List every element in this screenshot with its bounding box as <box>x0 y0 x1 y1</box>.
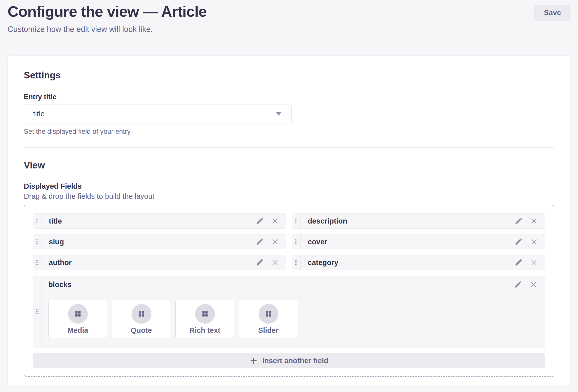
x-icon <box>530 238 538 246</box>
field-chip-body: author <box>42 255 286 270</box>
drag-handle-icon <box>36 218 39 224</box>
x-icon <box>271 238 279 246</box>
grid-icon <box>265 310 272 318</box>
field-chip-slug[interactable]: slug <box>33 234 286 249</box>
page-header: Configure the view — Article Customize h… <box>0 0 578 34</box>
pencil-icon <box>514 258 523 267</box>
drag-handle-icon <box>36 239 39 245</box>
x-icon <box>271 217 279 225</box>
plus-icon <box>250 357 258 365</box>
component-label: Media <box>67 326 88 335</box>
pencil-icon <box>514 237 523 246</box>
entry-title-select[interactable]: title <box>24 104 292 123</box>
remove-field-button[interactable] <box>530 281 537 288</box>
component-list: Media Quote Rich text <box>48 300 537 338</box>
section-divider <box>24 147 554 148</box>
field-label: blocks <box>48 280 72 289</box>
displayed-fields-title: Displayed Fields <box>24 182 554 191</box>
component-card-quote[interactable]: Quote <box>112 300 171 338</box>
field-actions <box>514 216 538 226</box>
remove-field-button[interactable] <box>271 238 279 246</box>
drag-handle-icon <box>36 309 39 314</box>
caret-down-icon <box>276 112 282 116</box>
field-actions <box>514 237 538 246</box>
field-chip-cover[interactable]: cover <box>292 234 545 249</box>
blocks-header: blocks <box>48 280 537 289</box>
page-subtitle: Customize how the edit view will look li… <box>8 24 570 34</box>
field-label: category <box>308 258 338 267</box>
remove-field-button[interactable] <box>530 259 538 266</box>
pencil-icon <box>513 280 523 289</box>
field-actions <box>514 258 538 267</box>
edit-field-button[interactable] <box>255 216 264 226</box>
page-title: Configure the view — Article <box>8 3 570 21</box>
field-chip-blocks[interactable]: blocks Media <box>33 276 545 347</box>
field-label: title <box>49 217 62 225</box>
config-card: Settings Entry title title Set the displ… <box>8 56 570 386</box>
x-icon <box>271 259 279 266</box>
field-chip-body: cover <box>301 234 545 249</box>
drag-handle[interactable] <box>33 255 42 270</box>
drag-handle-icon <box>295 239 298 245</box>
component-card-rich-text[interactable]: Rich text <box>175 300 234 338</box>
component-card-media[interactable]: Media <box>48 300 107 338</box>
pencil-icon <box>255 216 264 226</box>
edit-field-button[interactable] <box>255 258 264 267</box>
field-actions <box>255 258 279 267</box>
edit-field-button[interactable] <box>513 280 523 289</box>
pencil-icon <box>514 216 523 226</box>
field-chip-body: slug <box>42 234 286 249</box>
field-chip-description[interactable]: description <box>292 213 545 229</box>
drag-handle[interactable] <box>33 234 42 249</box>
component-label: Slider <box>258 326 279 335</box>
drag-handle-icon <box>295 218 298 224</box>
view-heading: View <box>24 160 554 171</box>
pencil-icon <box>255 237 264 246</box>
layout-dropzone: title description <box>24 205 554 377</box>
component-icon-circle <box>132 304 151 324</box>
field-chip-title[interactable]: title <box>33 213 286 229</box>
component-card-slider[interactable]: Slider <box>239 300 298 338</box>
field-chip-body: description <box>301 214 545 228</box>
drag-handle[interactable] <box>292 234 301 249</box>
save-button[interactable]: Save <box>534 5 570 20</box>
displayed-fields-subtitle: Drag & drop the fields to build the layo… <box>24 192 554 201</box>
drag-handle-icon <box>36 260 39 265</box>
component-icon-circle <box>195 304 215 324</box>
field-chip-body: category <box>301 255 545 270</box>
field-chip-body: title <box>42 214 286 228</box>
remove-field-button[interactable] <box>271 259 279 266</box>
drag-handle[interactable] <box>292 255 301 270</box>
field-actions <box>255 237 279 246</box>
grid-icon <box>138 310 145 318</box>
edit-field-button[interactable] <box>514 237 523 246</box>
x-icon <box>530 259 538 266</box>
entry-title-hint: Set the displayed field of your entry <box>24 127 554 136</box>
remove-field-button[interactable] <box>530 238 538 246</box>
settings-heading: Settings <box>24 70 554 81</box>
grid-icon <box>74 310 82 318</box>
edit-field-button[interactable] <box>514 258 523 267</box>
remove-field-button[interactable] <box>271 217 279 225</box>
edit-field-button[interactable] <box>255 237 264 246</box>
field-chip-author[interactable]: author <box>33 255 286 270</box>
entry-title-select-value: title <box>33 110 45 118</box>
field-label: slug <box>49 238 64 246</box>
drag-handle[interactable] <box>33 276 42 347</box>
insert-field-label: Insert another field <box>262 357 328 365</box>
component-icon-circle <box>68 304 88 324</box>
field-chip-category[interactable]: category <box>292 255 545 270</box>
drag-handle[interactable] <box>292 214 301 228</box>
component-label: Rich text <box>189 326 220 335</box>
field-grid: title description <box>33 213 545 270</box>
insert-field-button[interactable]: Insert another field <box>33 353 545 368</box>
field-actions <box>513 280 537 289</box>
component-icon-circle <box>259 304 278 324</box>
field-actions <box>255 216 279 226</box>
field-label: author <box>49 258 72 267</box>
component-label: Quote <box>131 326 152 335</box>
drag-handle[interactable] <box>33 214 42 228</box>
field-label: cover <box>308 238 327 246</box>
edit-field-button[interactable] <box>514 216 523 226</box>
remove-field-button[interactable] <box>530 217 538 225</box>
